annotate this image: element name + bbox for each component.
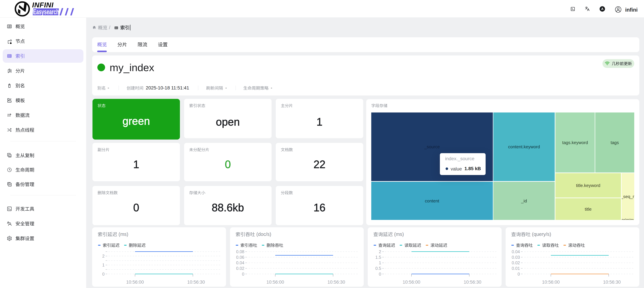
svg-text:10:56:30: 10:56:30 (464, 280, 481, 285)
svg-text:0.04: 0.04 (236, 260, 244, 265)
svg-text:10:56:30: 10:56:30 (603, 280, 621, 285)
svg-text:2: 2 (102, 254, 104, 258)
svg-text:0.06: 0.06 (236, 255, 244, 260)
svg-text:0.5: 0.5 (375, 266, 381, 271)
svg-text:0: 0 (518, 272, 520, 276)
svg-text:10:56:00: 10:56:00 (402, 280, 420, 285)
svg-text:10:56:30: 10:56:30 (328, 280, 345, 285)
svg-text:10:56:00: 10:56:00 (266, 280, 284, 285)
svg-text:0.03: 0.03 (512, 255, 520, 260)
svg-text:1.5: 1.5 (375, 255, 381, 260)
svg-text:10:56:30: 10:56:30 (187, 280, 205, 285)
svg-text:2: 2 (379, 249, 381, 254)
svg-text:0.02: 0.02 (512, 260, 520, 265)
svg-text:0: 0 (102, 272, 104, 276)
svg-text:0.04: 0.04 (512, 249, 520, 254)
svg-text:0.01: 0.01 (512, 266, 520, 271)
svg-text:0: 0 (242, 272, 244, 276)
svg-text:0: 0 (379, 272, 381, 276)
svg-text:1: 1 (379, 260, 381, 265)
svg-text:10:56:00: 10:56:00 (542, 280, 560, 285)
svg-text:0.08: 0.08 (236, 249, 244, 254)
svg-text:0.02: 0.02 (236, 266, 244, 271)
svg-text:1: 1 (102, 262, 104, 267)
svg-text:10:56:00: 10:56:00 (126, 280, 144, 285)
